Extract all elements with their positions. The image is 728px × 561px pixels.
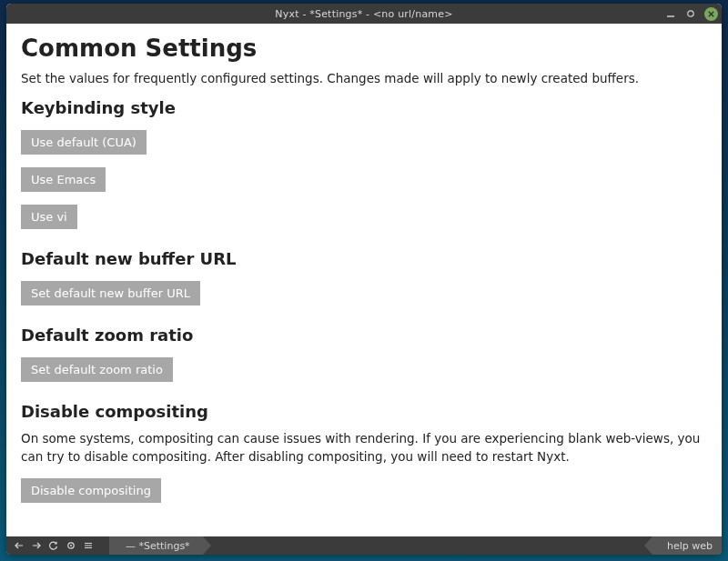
- status-bar: — *Settings* help web: [6, 536, 722, 555]
- use-vi-button[interactable]: Use vi: [21, 205, 77, 229]
- maximize-icon[interactable]: [684, 7, 697, 20]
- section-compositing-title: Disable compositing: [21, 402, 707, 421]
- minimize-icon[interactable]: [664, 7, 677, 20]
- use-emacs-button[interactable]: Use Emacs: [21, 167, 106, 192]
- menu-icon[interactable]: [83, 540, 94, 551]
- set-default-zoom-ratio-button[interactable]: Set default zoom ratio: [21, 357, 173, 382]
- disable-compositing-button[interactable]: Disable compositing: [21, 478, 161, 503]
- forward-icon[interactable]: [31, 540, 42, 551]
- status-buffer-name[interactable]: — *Settings*: [109, 536, 203, 555]
- desktop-background: Nyxt - *Settings* - <no url/name> Common…: [0, 0, 728, 561]
- section-zoom-title: Default zoom ratio: [21, 326, 707, 345]
- window-controls: [664, 4, 718, 24]
- section-compositing-body: On some systems, compositing can cause i…: [21, 430, 707, 466]
- status-modes[interactable]: help web: [652, 536, 722, 555]
- section-keybinding-title: Keybinding style: [21, 98, 707, 117]
- app-window: Nyxt - *Settings* - <no url/name> Common…: [6, 4, 722, 555]
- titlebar[interactable]: Nyxt - *Settings* - <no url/name>: [6, 4, 722, 24]
- svg-point-7: [70, 545, 72, 546]
- page-content: Common Settings Set the values for frequ…: [6, 24, 722, 536]
- reload-icon[interactable]: [48, 540, 59, 551]
- set-default-new-buffer-url-button[interactable]: Set default new buffer URL: [21, 281, 200, 306]
- status-spacer: [211, 536, 652, 555]
- section-new-buffer-url-title: Default new buffer URL: [21, 249, 707, 268]
- close-icon[interactable]: [704, 7, 718, 21]
- window-title: Nyxt - *Settings* - <no url/name>: [275, 8, 452, 20]
- page-intro: Set the values for frequently configured…: [21, 71, 707, 85]
- back-icon[interactable]: [14, 540, 25, 551]
- status-buffer-label: — *Settings*: [126, 540, 190, 552]
- status-nav-controls: [6, 536, 101, 555]
- page-title: Common Settings: [21, 35, 707, 62]
- execute-icon[interactable]: [66, 540, 76, 551]
- svg-point-1: [688, 11, 693, 16]
- use-default-cua-button[interactable]: Use default (CUA): [21, 130, 147, 155]
- status-modes-label: help web: [667, 540, 713, 552]
